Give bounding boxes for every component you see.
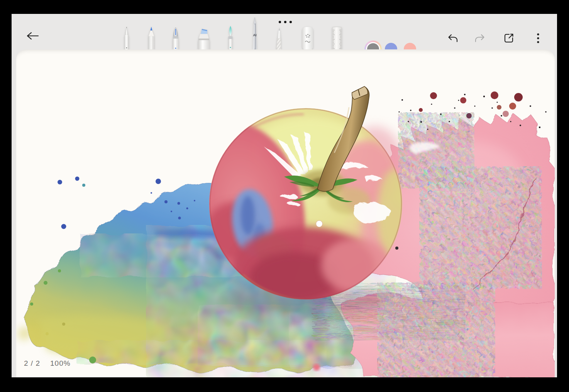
drawing-canvas[interactable]: 2 / 2 100%: [16, 49, 555, 377]
pencil-icon: [147, 26, 156, 50]
undo-button[interactable]: [444, 31, 461, 46]
tool-watercolor-brush[interactable]: [224, 25, 237, 50]
fountain-pen-icon: [171, 27, 180, 50]
highlighter-icon: [197, 28, 211, 50]
redo-icon: [474, 33, 486, 44]
share-button[interactable]: [500, 31, 517, 46]
calligraphy-pen-icon: [274, 27, 284, 51]
drawing-app-window: AI: [12, 14, 557, 377]
brush-icon: [226, 25, 235, 50]
back-arrow-icon: [25, 31, 39, 42]
tool-eraser[interactable]: [300, 26, 315, 50]
tool-ruler[interactable]: [330, 26, 344, 50]
zoom-level: 100%: [50, 359, 71, 368]
ai-pen-icon: AI: [251, 17, 259, 50]
spatter-dark-red: [419, 91, 523, 118]
back-button[interactable]: [24, 29, 41, 43]
apple-white-dot: [316, 221, 323, 227]
ballpoint-pen-icon: [124, 27, 130, 50]
tool-fountain-pen[interactable]: [169, 27, 183, 50]
share-export-icon: [503, 32, 515, 45]
kebab-menu-icon: [537, 32, 540, 45]
tool-ballpoint-pen[interactable]: [120, 27, 134, 50]
page-indicator: 2 / 2: [24, 359, 40, 368]
more-options-button[interactable]: [530, 31, 547, 46]
tool-ai-pen[interactable]: AI: [248, 17, 262, 50]
watercolor-apple-artwork: [16, 49, 555, 377]
pink-drop: [313, 364, 320, 371]
tool-pencil[interactable]: [144, 26, 158, 50]
ai-pen-badge: AI: [253, 33, 257, 37]
ellipsis-icon: [277, 19, 293, 25]
tool-calligraphy-pen[interactable]: [272, 27, 286, 50]
tool-highlighter[interactable]: [196, 28, 212, 50]
ink-dot: [395, 247, 398, 250]
redo-button[interactable]: [471, 31, 488, 46]
toolbar-drag-handle[interactable]: [277, 19, 294, 25]
ruler-icon: [331, 26, 343, 50]
undo-icon: [447, 33, 459, 44]
eraser-icon: [301, 26, 314, 50]
screenshot-root: { "toolbar": { "back": {"label": "Back"}…: [0, 0, 569, 392]
